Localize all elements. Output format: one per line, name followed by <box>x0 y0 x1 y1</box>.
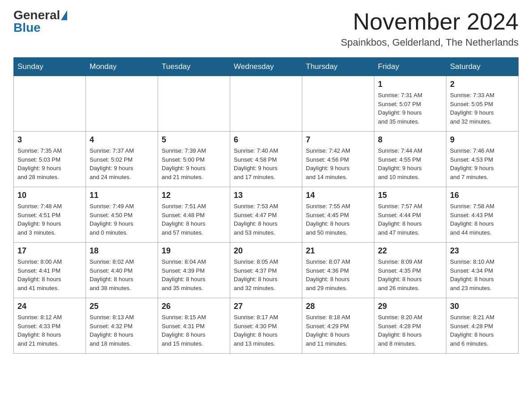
day-info: Sunrise: 8:18 AM Sunset: 4:29 PM Dayligh… <box>306 313 370 348</box>
calendar-cell: 11Sunrise: 7:49 AM Sunset: 4:50 PM Dayli… <box>86 187 158 243</box>
calendar-cell: 10Sunrise: 7:48 AM Sunset: 4:51 PM Dayli… <box>14 187 86 243</box>
day-number: 5 <box>162 135 226 145</box>
day-info: Sunrise: 8:12 AM Sunset: 4:33 PM Dayligh… <box>17 313 82 348</box>
day-number: 3 <box>17 135 82 145</box>
calendar-cell: 4Sunrise: 7:37 AM Sunset: 5:02 PM Daylig… <box>86 132 158 187</box>
day-info: Sunrise: 7:31 AM Sunset: 5:07 PM Dayligh… <box>378 91 442 126</box>
day-number: 1 <box>378 80 442 89</box>
calendar-cell: 29Sunrise: 8:20 AM Sunset: 4:28 PM Dayli… <box>374 298 446 354</box>
weekday-header-monday: Monday <box>86 58 158 76</box>
day-info: Sunrise: 7:42 AM Sunset: 4:56 PM Dayligh… <box>306 146 370 181</box>
day-info: Sunrise: 7:57 AM Sunset: 4:44 PM Dayligh… <box>378 202 442 237</box>
calendar-cell: 14Sunrise: 7:55 AM Sunset: 4:45 PM Dayli… <box>302 187 374 243</box>
calendar-cell: 21Sunrise: 8:07 AM Sunset: 4:36 PM Dayli… <box>302 243 374 298</box>
day-info: Sunrise: 7:40 AM Sunset: 4:58 PM Dayligh… <box>234 146 298 181</box>
weekday-header-friday: Friday <box>374 58 446 76</box>
calendar-cell: 18Sunrise: 8:02 AM Sunset: 4:40 PM Dayli… <box>86 243 158 298</box>
calendar-cell: 19Sunrise: 8:04 AM Sunset: 4:39 PM Dayli… <box>158 243 230 298</box>
day-number: 6 <box>234 135 298 145</box>
day-number: 16 <box>450 191 515 200</box>
day-info: Sunrise: 8:00 AM Sunset: 4:41 PM Dayligh… <box>17 257 82 292</box>
day-number: 29 <box>378 302 442 311</box>
calendar-cell: 22Sunrise: 8:09 AM Sunset: 4:35 PM Dayli… <box>374 243 446 298</box>
calendar-cell: 15Sunrise: 7:57 AM Sunset: 4:44 PM Dayli… <box>374 187 446 243</box>
day-info: Sunrise: 7:46 AM Sunset: 4:53 PM Dayligh… <box>450 146 515 181</box>
day-number: 30 <box>450 302 515 311</box>
weekday-header-row: SundayMondayTuesdayWednesdayThursdayFrid… <box>14 58 519 76</box>
day-number: 23 <box>450 246 515 256</box>
logo-triangle-icon <box>61 10 67 20</box>
location-title: Spainkbos, Gelderland, The Netherlands <box>341 37 519 48</box>
day-number: 20 <box>234 246 298 256</box>
day-info: Sunrise: 8:17 AM Sunset: 4:30 PM Dayligh… <box>234 313 298 348</box>
calendar-cell: 9Sunrise: 7:46 AM Sunset: 4:53 PM Daylig… <box>446 132 519 187</box>
day-info: Sunrise: 8:09 AM Sunset: 4:35 PM Dayligh… <box>378 257 442 292</box>
day-info: Sunrise: 7:48 AM Sunset: 4:51 PM Dayligh… <box>17 202 82 237</box>
day-info: Sunrise: 7:51 AM Sunset: 4:48 PM Dayligh… <box>162 202 226 237</box>
day-number: 13 <box>234 191 298 200</box>
weekday-header-sunday: Sunday <box>14 58 86 76</box>
day-number: 27 <box>234 302 298 311</box>
day-info: Sunrise: 7:39 AM Sunset: 5:00 PM Dayligh… <box>162 146 226 181</box>
calendar-cell: 12Sunrise: 7:51 AM Sunset: 4:48 PM Dayli… <box>158 187 230 243</box>
week-row-2: 3Sunrise: 7:35 AM Sunset: 5:03 PM Daylig… <box>14 132 519 187</box>
page-header: General Blue November 2024 Spainkbos, Ge… <box>13 9 519 48</box>
logo: General Blue <box>13 9 68 34</box>
calendar-cell <box>86 76 158 132</box>
calendar-cell: 6Sunrise: 7:40 AM Sunset: 4:58 PM Daylig… <box>230 132 302 187</box>
logo-blue-text: Blue <box>13 21 41 34</box>
calendar-cell: 13Sunrise: 7:53 AM Sunset: 4:47 PM Dayli… <box>230 187 302 243</box>
calendar-cell: 24Sunrise: 8:12 AM Sunset: 4:33 PM Dayli… <box>14 298 86 354</box>
calendar-cell <box>230 76 302 132</box>
day-number: 8 <box>378 135 442 145</box>
day-info: Sunrise: 7:37 AM Sunset: 5:02 PM Dayligh… <box>90 146 154 181</box>
day-number: 9 <box>450 135 515 145</box>
day-number: 12 <box>162 191 226 200</box>
weekday-header-tuesday: Tuesday <box>158 58 230 76</box>
calendar-cell: 1Sunrise: 7:31 AM Sunset: 5:07 PM Daylig… <box>374 76 446 132</box>
day-number: 26 <box>162 302 226 311</box>
calendar-cell: 16Sunrise: 7:58 AM Sunset: 4:43 PM Dayli… <box>446 187 519 243</box>
day-info: Sunrise: 7:49 AM Sunset: 4:50 PM Dayligh… <box>90 202 154 237</box>
day-number: 15 <box>378 191 442 200</box>
day-number: 28 <box>306 302 370 311</box>
day-info: Sunrise: 7:55 AM Sunset: 4:45 PM Dayligh… <box>306 202 370 237</box>
day-info: Sunrise: 8:02 AM Sunset: 4:40 PM Dayligh… <box>90 257 154 292</box>
day-number: 19 <box>162 246 226 256</box>
calendar-cell: 27Sunrise: 8:17 AM Sunset: 4:30 PM Dayli… <box>230 298 302 354</box>
day-info: Sunrise: 7:33 AM Sunset: 5:05 PM Dayligh… <box>450 91 515 126</box>
calendar-cell: 5Sunrise: 7:39 AM Sunset: 5:00 PM Daylig… <box>158 132 230 187</box>
day-info: Sunrise: 7:53 AM Sunset: 4:47 PM Dayligh… <box>234 202 298 237</box>
week-row-5: 24Sunrise: 8:12 AM Sunset: 4:33 PM Dayli… <box>14 298 519 354</box>
day-info: Sunrise: 7:44 AM Sunset: 4:55 PM Dayligh… <box>378 146 442 181</box>
day-number: 14 <box>306 191 370 200</box>
month-title: November 2024 <box>341 9 519 34</box>
weekday-header-saturday: Saturday <box>446 58 519 76</box>
day-number: 25 <box>90 302 154 311</box>
calendar-cell: 28Sunrise: 8:18 AM Sunset: 4:29 PM Dayli… <box>302 298 374 354</box>
day-info: Sunrise: 7:58 AM Sunset: 4:43 PM Dayligh… <box>450 202 515 237</box>
day-info: Sunrise: 8:21 AM Sunset: 4:28 PM Dayligh… <box>450 313 515 348</box>
logo-general-text: General <box>13 9 60 21</box>
day-number: 4 <box>90 135 154 145</box>
calendar-cell: 2Sunrise: 7:33 AM Sunset: 5:05 PM Daylig… <box>446 76 519 132</box>
day-number: 18 <box>90 246 154 256</box>
title-area: November 2024 Spainkbos, Gelderland, The… <box>341 9 519 48</box>
day-number: 7 <box>306 135 370 145</box>
day-info: Sunrise: 8:20 AM Sunset: 4:28 PM Dayligh… <box>378 313 442 348</box>
calendar-cell: 25Sunrise: 8:13 AM Sunset: 4:32 PM Dayli… <box>86 298 158 354</box>
day-number: 2 <box>450 80 515 89</box>
calendar-cell: 30Sunrise: 8:21 AM Sunset: 4:28 PM Dayli… <box>446 298 519 354</box>
week-row-1: 1Sunrise: 7:31 AM Sunset: 5:07 PM Daylig… <box>14 76 519 132</box>
calendar-cell: 17Sunrise: 8:00 AM Sunset: 4:41 PM Dayli… <box>14 243 86 298</box>
calendar-cell: 3Sunrise: 7:35 AM Sunset: 5:03 PM Daylig… <box>14 132 86 187</box>
calendar-cell <box>302 76 374 132</box>
day-info: Sunrise: 8:05 AM Sunset: 4:37 PM Dayligh… <box>234 257 298 292</box>
day-info: Sunrise: 8:04 AM Sunset: 4:39 PM Dayligh… <box>162 257 226 292</box>
calendar-table: SundayMondayTuesdayWednesdayThursdayFrid… <box>13 57 519 354</box>
calendar-cell <box>158 76 230 132</box>
day-info: Sunrise: 8:07 AM Sunset: 4:36 PM Dayligh… <box>306 257 370 292</box>
calendar-cell: 7Sunrise: 7:42 AM Sunset: 4:56 PM Daylig… <box>302 132 374 187</box>
calendar-cell: 8Sunrise: 7:44 AM Sunset: 4:55 PM Daylig… <box>374 132 446 187</box>
week-row-4: 17Sunrise: 8:00 AM Sunset: 4:41 PM Dayli… <box>14 243 519 298</box>
